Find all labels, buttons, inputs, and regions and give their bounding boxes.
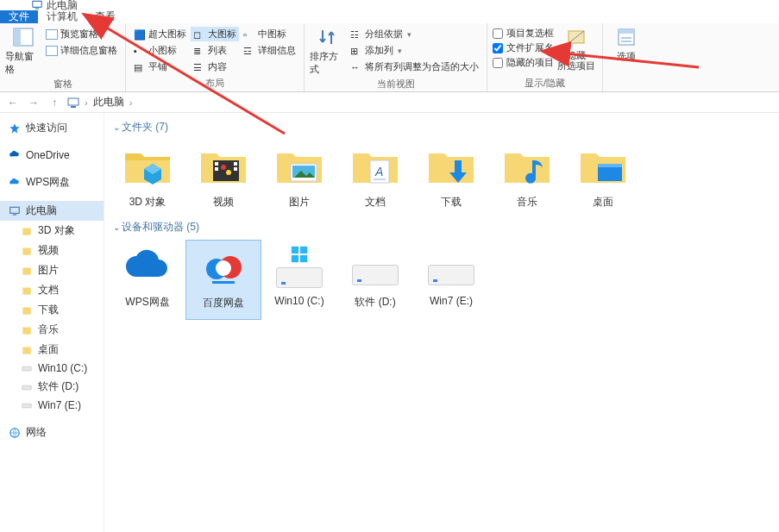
nav-back-button[interactable]: ← <box>5 95 21 110</box>
groupby-button[interactable]: ☷分组依据▾ <box>348 27 481 41</box>
options-button[interactable]: 选项 <box>608 27 644 63</box>
groupby-label: 分组依据 <box>365 28 403 41</box>
check-hidden-items[interactable]: 隐藏的项目 <box>493 56 554 69</box>
folder-downloads[interactable]: 下载 <box>413 140 489 218</box>
drive-wps[interactable]: WPS网盘 <box>110 240 185 320</box>
check-item-checkboxes[interactable]: 项目复选框 <box>493 27 554 40</box>
content-area: ⌄文件夹 (7) 3D 对象 视频 图片 A 文档 下载 <box>104 113 779 532</box>
chevron-down-icon: ⌄ <box>113 222 120 232</box>
folder-documents[interactable]: A 文档 <box>337 140 413 218</box>
tree-onedrive[interactable]: OneDrive <box>0 147 104 164</box>
layout-medium[interactable]: ▫中图标 <box>241 27 298 41</box>
check-hidden-items-input[interactable] <box>493 58 503 68</box>
drive-e[interactable]: Win7 (E:) <box>413 240 489 320</box>
folder-music[interactable]: 音乐 <box>489 140 565 218</box>
folder-downloads-label: 下载 <box>441 195 462 210</box>
layout-content[interactable]: ☰内容 <box>191 59 239 74</box>
xl-icon: 🟦 <box>134 29 146 40</box>
svg-rect-19 <box>22 307 30 314</box>
qat-icon[interactable] <box>3 1 19 9</box>
tree-wps-label: WPS网盘 <box>26 175 70 190</box>
svg-rect-21 <box>22 347 30 354</box>
folder-desktop[interactable]: 桌面 <box>565 140 641 218</box>
layout-large[interactable]: ◻大图标 <box>191 27 239 41</box>
svg-rect-16 <box>22 247 30 254</box>
tree-pictures[interactable]: 图片 <box>0 260 104 280</box>
layout-list-label: 列表 <box>208 44 227 57</box>
svg-rect-10 <box>68 98 79 105</box>
tree-wps[interactable]: WPS网盘 <box>0 172 104 192</box>
tab-computer[interactable]: 计算机 <box>38 10 86 23</box>
layout-extra-large-label: 超大图标 <box>148 28 186 41</box>
address-bar: ← → ↑ › 此电脑 › <box>0 92 779 113</box>
tree-videos[interactable]: 视频 <box>0 241 104 260</box>
drive-d[interactable]: 软件 (D:) <box>337 240 413 320</box>
tree-network[interactable]: 网络 <box>0 422 104 442</box>
drive-baidu-label: 百度网盘 <box>203 296 244 310</box>
sort-label: 排序方式 <box>310 50 346 76</box>
folder-desktop-label: 桌面 <box>593 195 613 210</box>
tiles-icon: ▤ <box>134 62 146 72</box>
check-item-checkboxes-input[interactable] <box>493 28 503 39</box>
layout-extra-large[interactable]: 🟦超大图标 <box>131 27 189 41</box>
section-drives-header[interactable]: ⌄设备和驱动器 (5) <box>110 218 774 240</box>
tree-documents[interactable]: 文档 <box>0 280 104 300</box>
tab-file[interactable]: 文件 <box>0 10 38 23</box>
tree-3dobjects[interactable]: 3D 对象 <box>0 221 104 241</box>
tree-downloads[interactable]: 下载 <box>0 300 104 320</box>
nav-forward-button[interactable]: → <box>26 95 41 110</box>
tree-drive-e-label: Win7 (E:) <box>38 399 81 411</box>
layout-details[interactable]: ☲详细信息 <box>241 43 298 58</box>
layout-large-label: 大图标 <box>208 28 236 41</box>
drive-icon <box>352 265 399 285</box>
hide-selected-button[interactable]: 隐藏 所选项目 <box>556 27 597 71</box>
section-drives-label: 设备和驱动器 (5) <box>122 221 199 233</box>
ribbon: 导航窗格 预览窗格 详细信息窗格 窗格 🟦超大图标 ▪小图标 ▤平铺 ◻大图标 … <box>0 23 779 92</box>
svg-point-47 <box>216 260 231 276</box>
breadcrumb-thispc[interactable]: 此电脑 <box>93 95 124 110</box>
baidu-cloud-icon <box>202 248 245 286</box>
layout-medium-label: 中图标 <box>258 28 286 41</box>
options-label: 选项 <box>617 50 636 63</box>
tree-desktop[interactable]: 桌面 <box>0 340 104 360</box>
svg-rect-23 <box>22 385 32 390</box>
nav-up-button[interactable]: ↑ <box>47 95 62 110</box>
check-file-ext[interactable]: 文件扩展名 <box>493 41 554 54</box>
drive-c[interactable]: Win10 (C:) <box>261 240 337 320</box>
layout-list[interactable]: ≣列表 <box>191 43 239 58</box>
layout-tiles[interactable]: ▤平铺 <box>131 59 189 74</box>
folder-videos[interactable]: 视频 <box>185 140 261 218</box>
layout-small[interactable]: ▪小图标 <box>131 43 189 58</box>
folder-3dobjects[interactable]: 3D 对象 <box>110 140 185 218</box>
svg-rect-52 <box>300 255 307 262</box>
folder-pictures[interactable]: 图片 <box>261 140 337 218</box>
group-label-options <box>625 78 627 90</box>
preview-pane-button[interactable]: 预览窗格 <box>43 27 120 41</box>
addcolumn-button[interactable]: ⊞添加列▾ <box>348 43 481 58</box>
details-pane-icon <box>46 46 58 56</box>
fitcolumns-button[interactable]: ↔将所有列调整为合适的大小 <box>348 59 481 74</box>
tree-quick-access-label: 快速访问 <box>26 121 67 135</box>
nav-pane-button[interactable]: 导航窗格 <box>5 27 41 76</box>
section-folders-header[interactable]: ⌄文件夹 (7) <box>110 118 774 140</box>
tree-quick-access[interactable]: 快速访问 <box>0 118 104 138</box>
tree-drive-c[interactable]: Win10 (C:) <box>0 360 104 377</box>
layout-small-label: 小图标 <box>148 44 177 57</box>
tree-drive-e[interactable]: Win7 (E:) <box>0 397 104 414</box>
sort-button[interactable]: 排序方式 <box>310 27 346 76</box>
tab-view[interactable]: 查看 <box>86 10 124 23</box>
svg-rect-3 <box>14 28 21 46</box>
svg-rect-24 <box>22 404 32 408</box>
svg-rect-44 <box>598 164 622 167</box>
details-pane-button[interactable]: 详细信息窗格 <box>43 43 120 58</box>
check-file-ext-input[interactable] <box>493 43 503 53</box>
tree-thispc[interactable]: 此电脑 <box>0 201 104 221</box>
drive-baidu[interactable]: 百度网盘 <box>185 240 261 320</box>
tree-drive-c-label: Win10 (C:) <box>38 362 87 374</box>
options-icon <box>616 28 637 47</box>
tree-music[interactable]: 音乐 <box>0 320 104 340</box>
svg-rect-15 <box>22 228 30 235</box>
folder-documents-label: 文档 <box>365 195 386 210</box>
tree-drive-d[interactable]: 软件 (D:) <box>0 377 104 397</box>
folder-icon <box>199 147 248 186</box>
